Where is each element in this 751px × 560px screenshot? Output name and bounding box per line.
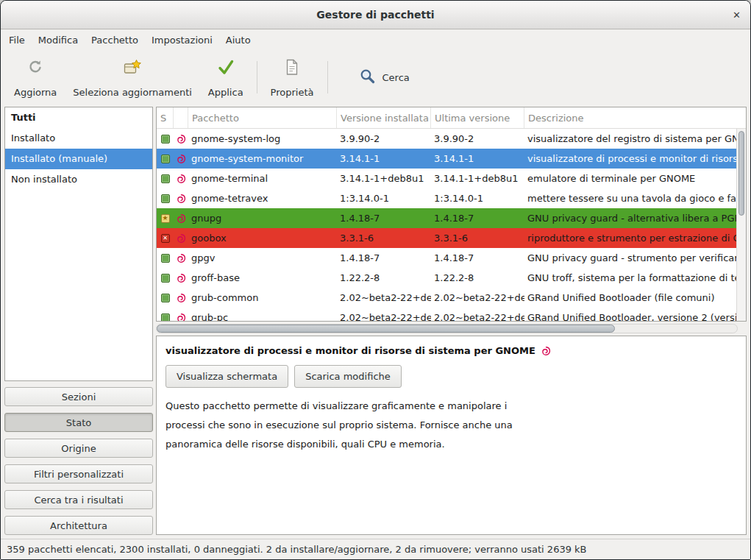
status-installed-icon — [161, 194, 170, 203]
menu-item-aiuto[interactable]: Aiuto — [219, 29, 257, 52]
column-header-ultima-versione[interactable]: Ultima versione — [431, 107, 524, 128]
column-header-s[interactable]: S — [157, 107, 174, 128]
table-row-gnupg[interactable]: gnupg1.4.18-71.4.18-7GNU privacy guard -… — [157, 208, 736, 228]
package-name: goobox — [188, 228, 337, 248]
supported-cell — [174, 208, 188, 228]
package-details-panel: visualizzatore di processi e monitor di … — [156, 336, 747, 535]
status-cell — [157, 288, 174, 308]
column-header-supported[interactable] — [174, 107, 188, 128]
filter-item-tutti[interactable]: Tutti — [5, 107, 152, 128]
vertical-scrollbar-thumb[interactable] — [738, 131, 744, 216]
package-name: grub-pc — [188, 308, 337, 321]
package-table: SPacchettoVersione installataUltima vers… — [156, 107, 747, 322]
status-installed-icon — [161, 274, 170, 283]
table-row-groff-base[interactable]: groff-base1.22.2-81.22.2-8GNU troff, sis… — [157, 268, 736, 288]
debian-swirl-icon — [540, 346, 552, 356]
sidebar-button-sezioni[interactable]: Sezioni — [4, 387, 153, 406]
sidebar-view-buttons: SezioniStatoOrigineFiltri personalizzati… — [4, 387, 153, 535]
table-header: SPacchettoVersione installataUltima vers… — [157, 107, 746, 129]
menu-item-modifica[interactable]: Modifica — [32, 29, 85, 52]
table-row-gnome-terminal[interactable]: gnome-terminal3.14.1-1+deb8u13.14.1-1+de… — [157, 169, 736, 188]
package-description: emulatore di terminale per GNOME — [524, 169, 736, 188]
toolbar-button-label: Applica — [208, 87, 243, 98]
menu-item-impostazioni[interactable]: Impostazioni — [145, 29, 219, 52]
package-name: gnome-system-monitor — [188, 149, 337, 169]
search-icon — [359, 68, 376, 88]
status-cell — [157, 268, 174, 288]
debian-swirl-icon — [175, 233, 187, 244]
search-button[interactable]: Cerca — [349, 62, 420, 93]
debian-swirl-icon — [175, 273, 187, 283]
toolbar-button-aggiorna[interactable]: Aggiorna — [7, 55, 64, 99]
column-header-descrizione[interactable]: Descrizione — [524, 107, 746, 128]
installed-version: 3.9.90-2 — [337, 129, 431, 149]
package-description: GRand Unified Bootloader, versione 2 (ve… — [524, 308, 736, 321]
status-cell — [157, 208, 174, 228]
column-header-versione-installata[interactable]: Versione installata — [337, 107, 431, 128]
toolbar-button-applica[interactable]: Applica — [201, 55, 251, 99]
toolbar: AggiornaSeleziona aggiornamentiApplicaPr… — [1, 52, 750, 103]
latest-version: 2.02~beta2-22+deb8u1 — [431, 288, 524, 308]
table-row-goobox[interactable]: goobox3.3.1-63.3.1-6riproduttore e strum… — [157, 228, 736, 248]
latest-version: 1:3.14.0-1 — [431, 188, 524, 208]
table-row-gnome-tetravex[interactable]: gnome-tetravex1:3.14.0-11:3.14.0-1metter… — [157, 188, 736, 208]
toolbar-separator — [257, 61, 257, 93]
toolbar-button-label: Seleziona aggiornamenti — [73, 87, 192, 98]
synaptic-window: Gestore di pacchetti ✕ FileModificaPacch… — [0, 0, 751, 560]
latest-version: 1.22.2-8 — [431, 268, 524, 288]
horizontal-scrollbar[interactable] — [156, 324, 738, 333]
latest-version: 1.4.18-7 — [431, 208, 524, 228]
status-installed-icon — [161, 254, 170, 263]
details-title-row: visualizzatore di processi e monitor di … — [165, 345, 737, 356]
package-description: GNU privacy guard - strumento per verifi… — [524, 248, 736, 268]
details-button-scarica-modifiche[interactable]: Scarica modifiche — [294, 365, 402, 388]
supported-cell — [174, 288, 188, 308]
installed-version: 1:3.14.0-1 — [337, 188, 431, 208]
debian-swirl-icon — [175, 134, 187, 144]
titlebar[interactable]: Gestore di pacchetti ✕ — [1, 1, 750, 29]
sidebar: TuttiInstallatoInstallato (manuale)Non i… — [4, 107, 153, 535]
toolbar-button-label: Aggiorna — [14, 87, 57, 98]
sidebar-button-architettura[interactable]: Architettura — [4, 516, 153, 535]
status-installed-icon — [161, 294, 170, 302]
close-icon[interactable]: ✕ — [733, 10, 741, 21]
horizontal-scrollbar-thumb[interactable] — [157, 325, 615, 333]
filter-item-installato-manuale[interactable]: Installato (manuale) — [5, 149, 152, 169]
status-cell — [157, 149, 174, 169]
toolbar-button-propriet[interactable]: Proprietà — [263, 55, 321, 99]
menu-item-file[interactable]: File — [2, 29, 32, 52]
latest-version: 1.4.18-7 — [431, 248, 524, 268]
package-description: visualizzatore del registro di sistema p… — [524, 129, 736, 149]
package-description: GRand Unified Bootloader (file comuni) — [524, 288, 736, 308]
table-row-gnome-system-log[interactable]: gnome-system-log3.9.90-23.9.90-2visualiz… — [157, 129, 736, 149]
table-row-gnome-system-monitor[interactable]: gnome-system-monitor3.14.1-13.14.1-1visu… — [157, 149, 736, 169]
status-installed-icon — [161, 174, 170, 183]
sidebar-button-origine[interactable]: Origine — [4, 439, 153, 458]
supported-cell — [174, 188, 188, 208]
table-row-gpgv[interactable]: gpgv1.4.18-71.4.18-7GNU privacy guard - … — [157, 248, 736, 268]
sidebar-button-filtri-personalizzati[interactable]: Filtri personalizzati — [4, 464, 153, 483]
sidebar-button-stato[interactable]: Stato — [4, 413, 153, 432]
select-upgrades-icon — [123, 57, 142, 77]
details-button-visualizza-schermata[interactable]: Visualizza schermata — [165, 365, 288, 388]
package-name: groff-base — [188, 268, 337, 288]
refresh-icon — [26, 57, 44, 77]
menu-item-pacchetto[interactable]: Pacchetto — [85, 29, 145, 52]
filter-item-installato[interactable]: Installato — [5, 128, 152, 149]
filter-item-non-installato[interactable]: Non installato — [5, 169, 152, 190]
table-row-grub-common[interactable]: grub-common2.02~beta2-22+deb8u12.02~beta… — [157, 288, 736, 308]
latest-version: 3.9.90-2 — [431, 129, 524, 149]
status-cell — [157, 129, 174, 149]
status-cell — [157, 169, 174, 188]
table-row-grub-pc[interactable]: grub-pc2.02~beta2-22+deb8u12.02~beta2-22… — [157, 308, 736, 321]
table-body: gnome-system-log3.9.90-23.9.90-2visualiz… — [157, 129, 736, 321]
installed-version: 3.14.1-1 — [337, 149, 431, 169]
main-panel: SPacchettoVersione installataUltima vers… — [156, 107, 747, 535]
toolbar-button-seleziona-aggiornamenti[interactable]: Seleziona aggiornamenti — [65, 55, 199, 99]
vertical-scrollbar[interactable] — [736, 129, 746, 321]
column-header-pacchetto[interactable]: Pacchetto — [188, 107, 337, 128]
sidebar-button-cerca-tra-i-risultati[interactable]: Cerca tra i risultati — [4, 490, 153, 509]
installed-version: 3.3.1-6 — [337, 228, 431, 248]
toolbar-separator — [327, 61, 328, 93]
installed-version: 1.22.2-8 — [337, 268, 431, 288]
